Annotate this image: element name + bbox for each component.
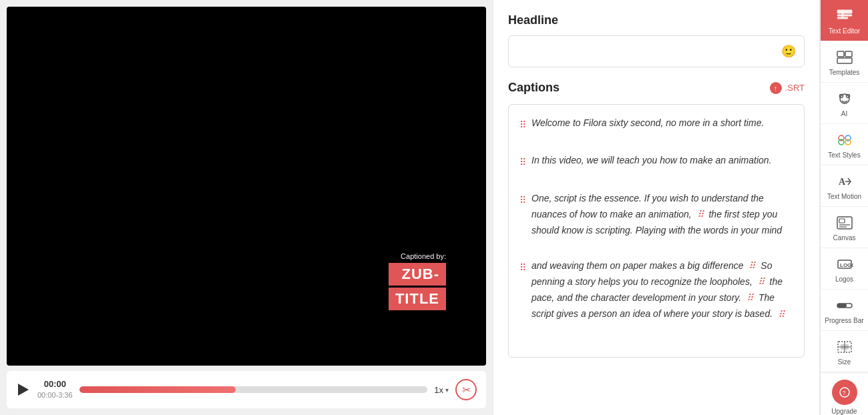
caption-row-2: ⠿ In this video, we will teach you how t… xyxy=(519,153,793,171)
speed-value: 1x xyxy=(434,385,443,395)
sidebar-item-templates[interactable]: Templates xyxy=(821,41,868,83)
current-time: 00:00 xyxy=(37,379,73,390)
caption-text-3: One, script is the essence. If you wish … xyxy=(531,191,793,239)
caption-row-4: ⠿ and weaving them on paper makes a big … xyxy=(519,258,793,323)
size-label: Size xyxy=(838,358,851,366)
svg-rect-3 xyxy=(842,11,843,17)
upgrade-circle: ? xyxy=(832,380,857,405)
captions-title: Captions xyxy=(508,81,560,95)
drag-handle-icon: ⠿ xyxy=(519,154,526,171)
templates-label: Templates xyxy=(829,69,860,77)
inline-dots-icon: ⠿ xyxy=(758,274,765,290)
chevron-down-icon: ▾ xyxy=(445,386,449,394)
drag-handle-icon: ⠿ xyxy=(519,117,526,133)
headline-input-container[interactable]: 🙂 xyxy=(508,35,805,67)
progress-bar-icon xyxy=(835,296,854,315)
sidebar-item-size[interactable]: Size xyxy=(821,331,868,372)
captions-header: Captions ↑ .SRT xyxy=(508,81,805,95)
progress-fill xyxy=(79,386,236,393)
upgrade-label: Upgrade xyxy=(831,408,857,415)
play-icon xyxy=(18,384,29,396)
caption-row-3: ⠿ One, script is the essence. If you wis… xyxy=(519,191,793,239)
sidebar-item-logos[interactable]: LOGO Logos xyxy=(821,248,868,290)
time-range: 00:00-3:36 xyxy=(37,390,73,400)
video-preview: Captioned by: ZUB- TITLE xyxy=(7,7,486,366)
subtitle-overlay: Captioned by: ZUB- TITLE xyxy=(389,252,446,312)
left-panel: Captioned by: ZUB- TITLE 00:00 00:00-3:3… xyxy=(0,0,493,415)
text-styles-label: Text Styles xyxy=(828,151,860,159)
srt-label: .SRT xyxy=(785,83,805,93)
templates-icon xyxy=(835,48,854,67)
inline-dots-icon: ⠿ xyxy=(748,258,755,274)
svg-rect-4 xyxy=(837,51,844,57)
speed-selector[interactable]: 1x ▾ xyxy=(434,385,449,395)
sidebar-item-text-editor[interactable]: Text Editor xyxy=(821,0,868,41)
svg-point-12 xyxy=(839,139,844,145)
svg-rect-5 xyxy=(845,51,852,57)
svg-text:LOGO: LOGO xyxy=(840,262,853,268)
sidebar-item-canvas[interactable]: Canvas xyxy=(821,207,868,248)
sidebar-item-progress-bar[interactable]: Progress Bar xyxy=(821,290,868,331)
svg-rect-23 xyxy=(837,304,847,308)
scissors-icon: ✂ xyxy=(462,384,471,396)
caption-text-1: Welcome to Filora sixty second, no more … xyxy=(531,115,793,131)
size-icon xyxy=(835,338,854,356)
subtitle-line2: TITLE xyxy=(389,288,446,310)
sidebar-item-text-styles[interactable]: Text Styles xyxy=(821,124,868,165)
logos-icon: LOGO xyxy=(835,255,854,274)
upload-icon: ↑ xyxy=(770,82,782,94)
caption-row-1: ⠿ Welcome to Filora sixty second, no mor… xyxy=(519,115,793,133)
text-motion-icon: A xyxy=(835,172,854,191)
inline-dots-icon: ⠿ xyxy=(697,207,704,223)
controls-bar: 00:00 00:00-3:36 1x ▾ ✂ xyxy=(7,371,486,408)
caption-text-4: and weaving them on paper makes a big di… xyxy=(531,258,793,323)
subtitle-line1: ZUB- xyxy=(389,263,446,286)
play-button[interactable] xyxy=(16,382,31,397)
captions-text-area[interactable]: ⠿ Welcome to Filora sixty second, no mor… xyxy=(508,104,805,358)
progress-bar[interactable] xyxy=(79,386,428,393)
editor-content: Headline 🙂 Captions ↑ .SRT ⠿ Welcome to … xyxy=(493,0,819,415)
svg-rect-6 xyxy=(837,58,852,63)
emoji-picker-icon[interactable]: 🙂 xyxy=(781,44,796,59)
center-panel: Headline 🙂 Captions ↑ .SRT ⠿ Welcome to … xyxy=(493,0,820,415)
ai-label: AI xyxy=(841,110,847,118)
inline-dots-icon: ⠿ xyxy=(746,290,753,306)
svg-text:A: A xyxy=(839,177,846,187)
canvas-label: Canvas xyxy=(833,234,856,242)
drag-handle-icon: ⠿ xyxy=(519,192,526,209)
captioned-by-label: Captioned by: xyxy=(389,252,446,260)
sidebar-item-ai[interactable]: AI xyxy=(821,83,868,124)
logos-label: Logos xyxy=(835,276,853,284)
text-editor-icon xyxy=(835,7,854,25)
right-sidebar: Text Editor Templates AI xyxy=(820,0,868,415)
drag-handle-icon: ⠿ xyxy=(519,260,526,276)
headline-input[interactable] xyxy=(517,46,781,57)
sidebar-item-text-motion[interactable]: A Text Motion xyxy=(821,165,868,207)
svg-rect-1 xyxy=(837,15,852,16)
upgrade-button[interactable]: ? Upgrade xyxy=(821,372,868,415)
canvas-icon xyxy=(835,214,854,232)
inline-dots-icon: ⠿ xyxy=(778,307,785,323)
svg-rect-17 xyxy=(839,219,845,223)
text-motion-label: Text Motion xyxy=(827,193,861,201)
caption-text-2: In this video, we will teach you how to … xyxy=(531,153,793,169)
svg-rect-0 xyxy=(837,10,852,13)
svg-point-13 xyxy=(845,139,851,145)
text-styles-icon xyxy=(835,131,854,149)
ai-icon xyxy=(835,89,854,108)
text-editor-label: Text Editor xyxy=(829,27,860,35)
time-display: 00:00 00:00-3:36 xyxy=(37,379,73,400)
progress-bar-label: Progress Bar xyxy=(825,317,863,325)
scissors-button[interactable]: ✂ xyxy=(455,379,477,400)
svg-text:?: ? xyxy=(842,390,845,396)
srt-upload-button[interactable]: ↑ .SRT xyxy=(770,82,805,94)
headline-title: Headline xyxy=(508,13,805,27)
